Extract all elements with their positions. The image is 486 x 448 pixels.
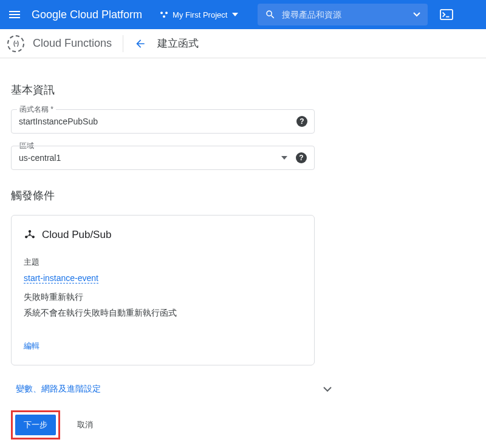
project-dots-icon (159, 10, 169, 19)
pubsub-icon (24, 229, 36, 241)
help-icon[interactable]: ? (296, 152, 307, 163)
chevron-down-icon (281, 156, 287, 160)
next-button[interactable]: 下一步 (15, 415, 56, 435)
region-value: us-central1 (19, 153, 61, 163)
trigger-type: Cloud Pub/Sub (42, 229, 111, 241)
retry-title: 失敗時重新執行 (24, 292, 302, 303)
function-name-input[interactable] (11, 109, 315, 134)
advanced-settings-label: 變數、網路及進階設定 (16, 384, 101, 395)
svg-point-0 (160, 12, 163, 14)
retry-description: 系統不會在執行失敗時自動重新執行函式 (24, 308, 302, 319)
region-field-wrapper: 區域 us-central1 ? (11, 146, 315, 170)
svg-point-4 (29, 230, 31, 232)
project-name: My First Project (173, 10, 227, 19)
edit-trigger-link[interactable]: 編輯 (24, 341, 302, 351)
function-name-field-wrapper: 函式名稱 * ? (11, 109, 315, 134)
search-icon (265, 9, 276, 20)
region-select[interactable]: us-central1 ? (11, 146, 315, 170)
cloud-functions-icon: (··) (7, 35, 24, 52)
trigger-section-title: 觸發條件 (11, 188, 475, 203)
chevron-down-icon (323, 387, 332, 392)
search-dropdown-icon[interactable] (413, 12, 420, 17)
sub-header: (··) Cloud Functions 建立函式 (0, 29, 486, 58)
top-bar: Google Cloud Platform My First Project (0, 0, 486, 29)
footer-actions: 下一步 取消 (11, 410, 101, 440)
platform-logo[interactable]: Google Cloud Platform (32, 8, 142, 21)
service-name: Cloud Functions (33, 37, 112, 50)
cloud-shell-icon[interactable] (440, 9, 453, 20)
hamburger-menu-icon[interactable] (7, 7, 22, 22)
help-icon[interactable]: ? (296, 116, 307, 127)
content: 基本資訊 函式名稱 * ? 區域 us-central1 ? 觸發條件 Clou… (0, 58, 486, 413)
svg-point-5 (25, 236, 27, 238)
divider (123, 35, 123, 52)
dropdown-arrow-icon (232, 13, 238, 16)
svg-rect-3 (440, 10, 453, 19)
trigger-card: Cloud Pub/Sub 主題 start-instance-event 失敗… (11, 215, 315, 365)
advanced-settings-row[interactable]: 變數、網路及進階設定 (11, 365, 339, 413)
topic-label: 主題 (24, 257, 302, 268)
back-arrow-icon[interactable] (134, 38, 146, 50)
svg-point-1 (165, 12, 168, 14)
next-button-highlight: 下一步 (11, 410, 60, 440)
cancel-button[interactable]: 取消 (69, 415, 101, 435)
search-input[interactable] (282, 10, 408, 19)
topic-link[interactable]: start-instance-event (24, 273, 98, 283)
project-selector[interactable]: My First Project (154, 6, 243, 23)
svg-point-7 (29, 234, 30, 236)
trigger-header: Cloud Pub/Sub (24, 229, 302, 241)
basic-info-title: 基本資訊 (11, 83, 475, 97)
svg-point-6 (32, 236, 35, 238)
page-title: 建立函式 (157, 36, 199, 50)
search-container[interactable] (258, 4, 428, 25)
svg-point-2 (163, 15, 165, 18)
function-name-label: 函式名稱 * (17, 104, 56, 115)
